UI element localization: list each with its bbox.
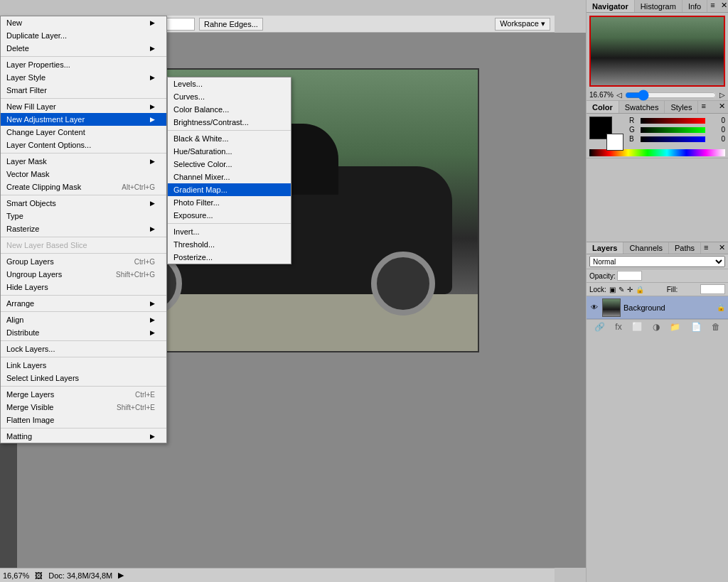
menu-item-layer-mask[interactable]: Layer Mask ▶ xyxy=(1,155,166,168)
menu-item-type[interactable]: Type xyxy=(1,210,166,222)
workspace-button[interactable]: Workspace ▾ xyxy=(495,18,550,31)
submenu-item-photo-filter[interactable]: Photo Filter... xyxy=(168,196,291,209)
submenu-item-hue-saturation[interactable]: Hue/Saturation... xyxy=(168,145,291,158)
new-group-icon[interactable]: 📁 xyxy=(670,322,680,332)
menu-item-layer-style[interactable]: Layer Style ▶ xyxy=(1,71,166,84)
background-color-swatch[interactable] xyxy=(606,134,623,151)
layer-lock-icon: 🔒 xyxy=(717,303,725,311)
menu-item-duplicate[interactable]: Duplicate Layer... xyxy=(1,29,166,42)
menu-item-lock-layers[interactable]: Lock Layers... xyxy=(1,343,166,355)
navigator-controls: 16.67% ◁ ▷ xyxy=(587,90,728,100)
lock-move-icon[interactable]: ✛ xyxy=(627,286,633,293)
refine-edge-button[interactable]: Rahne Edges... xyxy=(199,18,263,31)
menu-item-layer-properties[interactable]: Layer Properties... xyxy=(1,58,166,71)
menu-sep-10 xyxy=(1,357,166,357)
menu-sep-12 xyxy=(1,428,166,429)
tab-info[interactable]: Info xyxy=(682,0,707,12)
menu-item-arrange[interactable]: Arrange ▶ xyxy=(1,297,166,310)
delete-layer-icon[interactable]: 🗑 xyxy=(712,322,720,332)
submenu-item-curves[interactable]: Curves... xyxy=(168,90,291,103)
menu-sep-2 xyxy=(1,98,166,99)
menu-item-merge-layers[interactable]: Merge Layers Ctrl+E xyxy=(1,388,166,401)
zoom-in-icon[interactable]: ▷ xyxy=(719,91,725,99)
menu-item-flatten-image[interactable]: Flatten Image xyxy=(1,414,166,426)
menu-item-distribute[interactable]: Distribute ▶ xyxy=(1,326,166,339)
new-layer-icon[interactable]: 📄 xyxy=(691,322,702,332)
fill-label: Fill: xyxy=(667,286,678,293)
menu-sep-6 xyxy=(1,253,166,254)
menu-item-smart-objects[interactable]: Smart Objects ▶ xyxy=(1,197,166,210)
menu-arrow-distribute: ▶ xyxy=(150,329,155,336)
status-arrow-icon[interactable]: ▶ xyxy=(118,571,124,580)
layer-blending-mode[interactable]: Normal xyxy=(589,256,725,267)
link-layers-icon[interactable]: 🔗 xyxy=(594,322,605,332)
submenu-item-exposure[interactable]: Exposure... xyxy=(168,209,291,222)
tab-color[interactable]: Color xyxy=(587,101,619,113)
menu-arrow-matting: ▶ xyxy=(150,433,155,440)
menu-item-group-layers[interactable]: Group Layers Ctrl+G xyxy=(1,255,166,268)
menu-item-smart-filter[interactable]: Smart Filter xyxy=(1,84,166,97)
menu-item-merge-visible[interactable]: Merge Visible Shift+Ctrl+E xyxy=(1,401,166,414)
submenu-item-color-balance[interactable]: Color Balance... xyxy=(168,103,291,116)
layers-footer: 🔗 fx ⬜ ◑ 📁 📄 🗑 xyxy=(587,319,728,334)
layers-close-icon[interactable]: ✕ xyxy=(716,242,728,254)
lock-transparent-icon[interactable]: ▣ xyxy=(609,286,616,293)
menu-item-matting[interactable]: Matting ▶ xyxy=(1,430,166,443)
add-mask-icon[interactable]: ⬜ xyxy=(632,322,643,332)
tab-layers[interactable]: Layers xyxy=(587,242,623,254)
menu-item-new-adjustment-layer[interactable]: New Adjustment Layer ▶ xyxy=(1,113,166,126)
submenu-item-invert[interactable]: Invert... xyxy=(168,225,291,238)
menu-item-layer-content-options[interactable]: Layer Content Options... xyxy=(1,139,166,151)
menu-arrow-delete: ▶ xyxy=(150,45,155,52)
menu-sep-4 xyxy=(1,195,166,195)
tab-paths[interactable]: Paths xyxy=(669,242,701,254)
submenu-item-levels[interactable]: Levels... xyxy=(168,77,291,90)
menu-item-ungroup-layers[interactable]: Ungroup Layers Shift+Ctrl+G xyxy=(1,268,166,281)
submenu-item-posterize[interactable]: Posterize... xyxy=(168,251,291,264)
new-adjustment-icon[interactable]: ◑ xyxy=(653,322,660,332)
color-options-icon[interactable]: ≡ xyxy=(698,101,708,113)
menu-sep-7 xyxy=(1,295,166,296)
menu-item-hide-layers[interactable]: Hide Layers xyxy=(1,281,166,293)
menu-item-new[interactable]: New ▶ xyxy=(1,16,166,29)
layers-options-icon[interactable]: ≡ xyxy=(701,242,711,254)
menu-item-change-layer-content[interactable]: Change Layer Content xyxy=(1,126,166,139)
menu-item-vector-mask[interactable]: Vector Mask xyxy=(1,168,166,180)
submenu-item-gradient-map[interactable]: Gradient Map... xyxy=(168,183,291,196)
menu-item-rasterize[interactable]: Rasterize ▶ xyxy=(1,222,166,235)
menu-item-new-layer-based-slice: New Layer Based Slice xyxy=(1,239,166,252)
menu-item-create-clipping-mask[interactable]: Create Clipping Mask Alt+Ctrl+G xyxy=(1,180,166,193)
fill-input[interactable]: 100% xyxy=(700,284,725,294)
layer-name: Background xyxy=(623,303,714,312)
menu-item-align[interactable]: Align ▶ xyxy=(1,313,166,326)
tab-styles[interactable]: Styles xyxy=(665,101,698,113)
zoom-out-icon[interactable]: ◁ xyxy=(616,91,622,99)
layer-visibility-icon[interactable]: 👁 xyxy=(589,303,599,313)
submenu-item-threshold[interactable]: Threshold... xyxy=(168,238,291,251)
green-slider-track xyxy=(641,127,705,133)
tab-navigator[interactable]: Navigator xyxy=(587,0,635,12)
navigator-options-icon[interactable]: ≡ xyxy=(707,0,717,12)
menu-item-new-fill-layer[interactable]: New Fill Layer ▶ xyxy=(1,100,166,113)
tab-histogram[interactable]: Histogram xyxy=(635,0,682,12)
zoom-slider[interactable] xyxy=(625,92,717,98)
tab-channels[interactable]: Channels xyxy=(623,242,668,254)
menu-item-delete[interactable]: Delete ▶ xyxy=(1,42,166,55)
menu-arrow-new: ▶ xyxy=(150,19,155,26)
lock-paint-icon[interactable]: ✎ xyxy=(619,286,624,293)
color-close-icon[interactable]: ✕ xyxy=(716,101,728,113)
blue-row: B 0 xyxy=(629,135,725,143)
submenu-item-channel-mixer[interactable]: Channel Mixer... xyxy=(168,171,291,183)
submenu-item-selective-color[interactable]: Selective Color... xyxy=(168,158,291,171)
layer-effects-icon[interactable]: fx xyxy=(615,322,621,332)
submenu-item-brightness-contrast[interactable]: Brightness/Contrast... xyxy=(168,116,291,129)
submenu-item-black-white[interactable]: Black & White... xyxy=(168,132,291,145)
navigator-close-icon[interactable]: ✕ xyxy=(718,0,728,12)
nav-thumbnail xyxy=(591,17,724,85)
opacity-input[interactable]: 100% xyxy=(617,271,642,281)
menu-item-link-layers[interactable]: Link Layers xyxy=(1,359,166,372)
menu-item-select-linked-layers[interactable]: Select Linked Layers xyxy=(1,372,166,384)
tab-swatches[interactable]: Swatches xyxy=(619,101,665,113)
lock-all-icon[interactable]: 🔒 xyxy=(636,286,644,293)
layer-row-background[interactable]: 👁 Background 🔒 xyxy=(587,296,728,319)
